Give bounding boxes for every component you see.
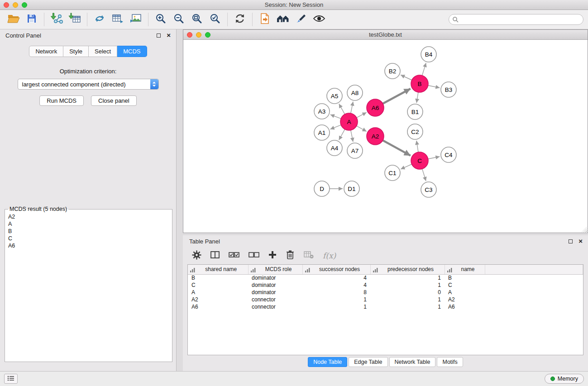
search-input[interactable] (449, 14, 583, 25)
table-row[interactable]: A6connector11A6 (188, 303, 583, 310)
delete-column-button[interactable] (286, 250, 295, 262)
close-panel-button[interactable]: Close panel (91, 95, 137, 106)
graph-node-B4[interactable]: B4 (421, 47, 436, 62)
table-row[interactable]: Cdominator41C (188, 281, 583, 289)
network-minimize-button[interactable] (196, 32, 201, 38)
network-canvas[interactable]: AA1A2A3A4A5A6A7A8BB1B2B3B4CC1C2C3C4DD1 (183, 40, 588, 233)
graph-node-A5[interactable]: A5 (327, 88, 342, 104)
table-row[interactable]: Adominator80A (188, 289, 583, 296)
control-panel-header: Control Panel × (0, 29, 176, 41)
tab-network[interactable]: Network (29, 46, 63, 57)
col-name[interactable]: name (445, 265, 485, 274)
function-builder-button[interactable]: f(x) (323, 251, 336, 260)
delete-table-button[interactable] (304, 251, 314, 261)
import-table-button[interactable] (66, 11, 84, 28)
import-network-button[interactable] (48, 11, 66, 28)
show-hide-button[interactable] (310, 11, 328, 28)
float-table-panel-icon[interactable] (569, 239, 573, 243)
select-all-button[interactable] (229, 252, 239, 260)
table-row[interactable]: A2connector11A2 (188, 296, 583, 303)
tab-select[interactable]: Select (89, 46, 117, 57)
new-table-button[interactable] (109, 11, 127, 28)
tab-edge-table[interactable]: Edge Table (349, 357, 387, 367)
minimize-window-button[interactable] (13, 2, 18, 8)
graph-node-C4[interactable]: C4 (441, 147, 456, 162)
svg-text:C4: C4 (445, 152, 453, 158)
float-panel-icon[interactable] (157, 33, 161, 38)
close-window-button[interactable] (4, 2, 9, 8)
col-successor-nodes[interactable]: successor nodes (302, 265, 370, 274)
result-item[interactable]: B (7, 228, 170, 235)
home-view-button[interactable] (274, 11, 292, 28)
toolbar-separator (148, 13, 148, 26)
result-item[interactable]: A2 (7, 213, 170, 220)
result-item[interactable]: A (7, 220, 170, 228)
show-columns-button[interactable] (210, 251, 220, 261)
graph-node-A[interactable]: A (340, 113, 358, 130)
control-panel-title: Control Panel (5, 32, 41, 39)
graph-node-B[interactable]: B (411, 75, 428, 92)
tab-style[interactable]: Style (63, 46, 89, 57)
graph-node-C2[interactable]: C2 (407, 124, 423, 139)
tab-node-table[interactable]: Node Table (308, 357, 347, 367)
graph-node-A6[interactable]: A6 (367, 99, 384, 116)
graph-node-A1[interactable]: A1 (314, 125, 330, 140)
import-network-icon (50, 13, 63, 26)
graph-node-B1[interactable]: B1 (407, 104, 423, 119)
open-session-button[interactable] (5, 11, 23, 28)
graph-node-C1[interactable]: C1 (385, 165, 400, 181)
mcds-result-box: MCDS result (5 nodes) A2ABCA6 (5, 206, 172, 362)
zoom-in-button[interactable] (152, 11, 170, 28)
tab-motifs[interactable]: Motifs (437, 357, 463, 367)
result-item[interactable]: C (7, 235, 170, 242)
export-image-button[interactable] (127, 11, 145, 28)
network-zoom-button[interactable] (205, 32, 210, 38)
table-settings-button[interactable] (192, 250, 201, 262)
table-panel: Table Panel × f(x) (183, 235, 588, 371)
deselect-all-button[interactable] (249, 252, 259, 260)
zoom-selected-button[interactable] (206, 11, 224, 28)
zoom-window-button[interactable] (22, 2, 27, 8)
graph-node-C3[interactable]: C3 (421, 182, 436, 197)
graph-node-D1[interactable]: D1 (344, 181, 359, 196)
apply-layout-button[interactable] (231, 11, 249, 28)
sort-icon (251, 267, 256, 274)
optimization-dropdown[interactable]: largest connected component (directed) (18, 79, 159, 90)
col-mcds-role[interactable]: MCDS role (248, 265, 302, 274)
show-task-history-button[interactable] (4, 374, 18, 384)
table-arrow-icon (112, 13, 124, 26)
zoom-out-button[interactable] (170, 11, 188, 28)
graph-node-A7[interactable]: A7 (347, 143, 363, 158)
zoom-selected-icon (209, 13, 221, 26)
graph-node-A8[interactable]: A8 (347, 85, 363, 100)
col-predecessor-nodes[interactable]: predecessor nodes (370, 265, 445, 274)
memory-button[interactable]: Memory (545, 374, 584, 384)
control-panel: Control Panel × Network Style Select MCD… (0, 29, 177, 371)
svg-text:A3: A3 (318, 108, 326, 115)
graph-node-A4[interactable]: A4 (327, 140, 342, 156)
tab-mcds[interactable]: MCDS (117, 46, 147, 57)
graph-node-B3[interactable]: B3 (441, 82, 456, 97)
col-shared-name[interactable]: shared name (188, 265, 248, 274)
close-panel-icon[interactable]: × (167, 33, 171, 38)
save-session-button[interactable] (23, 11, 41, 28)
network-close-button[interactable] (187, 32, 192, 38)
svg-text:A2: A2 (372, 133, 379, 140)
close-table-panel-icon[interactable]: × (578, 239, 583, 243)
run-mcds-button[interactable]: Run MCDS (39, 95, 84, 106)
tab-network-table[interactable]: Network Table (389, 357, 436, 367)
graph-node-A3[interactable]: A3 (314, 104, 330, 119)
duplicate-document-button[interactable] (256, 11, 274, 28)
svg-text:C: C (417, 157, 422, 164)
graph-node-D[interactable]: D (314, 181, 330, 196)
table-row[interactable]: Bdominator41B (188, 274, 583, 281)
zoom-fit-button[interactable] (188, 11, 206, 28)
apply-style-button[interactable] (292, 11, 310, 28)
add-column-button[interactable] (268, 251, 277, 261)
result-item[interactable]: A6 (7, 242, 170, 249)
network-window-titlebar: testGlobe.txt (183, 30, 588, 40)
graph-node-A2[interactable]: A2 (367, 128, 384, 145)
clone-network-button[interactable] (91, 11, 109, 28)
graph-node-C[interactable]: C (411, 152, 428, 169)
graph-node-B2[interactable]: B2 (385, 63, 400, 79)
